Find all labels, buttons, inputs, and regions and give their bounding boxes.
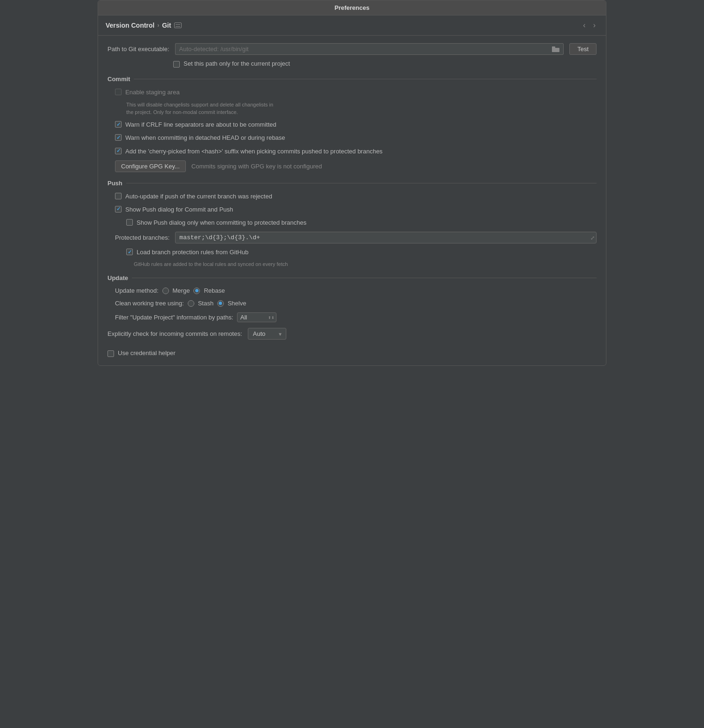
title-bar: Preferences	[98, 0, 606, 15]
protected-input-wrapper: ⤢	[175, 232, 597, 243]
gpg-row: Configure GPG Key... Commits signing wit…	[107, 160, 597, 172]
rebase-label: Rebase	[204, 287, 225, 294]
window-title: Preferences	[335, 4, 369, 11]
github-sublabel: GitHub rules are added to the local rule…	[107, 261, 597, 267]
git-path-row: Path to Git executable: Test	[107, 43, 597, 55]
configure-gpg-button[interactable]: Configure GPG Key...	[115, 160, 186, 172]
git-path-input-wrapper	[175, 43, 564, 55]
update-section: Update Update method: Merge Rebase Clean…	[107, 274, 597, 322]
commit-section: Commit Enable staging area This will dis…	[107, 76, 597, 172]
cherry-pick-checkbox[interactable]	[115, 148, 122, 154]
git-path-input[interactable]	[175, 43, 549, 55]
folder-icon	[552, 46, 559, 52]
nav-back-button[interactable]: ‹	[580, 20, 588, 30]
load-github-checkbox[interactable]	[126, 249, 133, 255]
protected-branches-label: Protected branches:	[115, 234, 169, 241]
cherry-pick-row: Add the 'cherry-picked from <hash>' suff…	[107, 147, 597, 156]
incoming-commits-label: Explicitly check for incoming commits on…	[107, 330, 242, 337]
commit-section-title: Commit	[107, 76, 130, 83]
cherry-pick-label: Add the 'cherry-picked from <hash>' suff…	[125, 147, 383, 156]
shelve-radio[interactable]	[217, 300, 224, 307]
show-push-dialog-label: Show Push dialog for Commit and Push	[125, 205, 233, 214]
test-button[interactable]: Test	[569, 43, 597, 55]
merge-label: Merge	[173, 287, 190, 294]
shelve-label: Shelve	[228, 300, 246, 307]
incoming-commits-row: Explicitly check for incoming commits on…	[107, 328, 597, 340]
warn-detached-label: Warn when committing in detached HEAD or…	[125, 134, 285, 142]
protected-branches-input[interactable]	[175, 232, 597, 243]
show-push-dialog-checkbox[interactable]	[115, 206, 122, 212]
filter-select-container: All Staged Unstaged	[237, 312, 276, 322]
stash-radio[interactable]	[188, 300, 194, 307]
update-method-row: Update method: Merge Rebase	[107, 287, 597, 294]
incoming-dropdown-wrapper: Auto Always Never ▼	[248, 328, 286, 340]
update-section-line	[132, 278, 597, 278]
enable-staging-checkbox[interactable]	[115, 89, 122, 95]
protected-branches-row: Protected branches: ⤢	[107, 232, 597, 243]
enable-staging-row: Enable staging area	[107, 88, 597, 97]
push-section-header: Push	[107, 180, 597, 187]
auto-update-row: Auto-update if push of the current branc…	[107, 192, 597, 201]
push-protected-only-checkbox[interactable]	[126, 219, 133, 226]
staging-sublabel: This will disable changelists support an…	[115, 101, 597, 116]
rebase-radio[interactable]	[193, 288, 200, 294]
table-icon	[174, 23, 182, 28]
staging-sublabel-text: This will disable changelists support an…	[126, 102, 273, 114]
clean-tree-row: Clean working tree using: Stash Shelve	[107, 300, 597, 307]
git-path-label: Path to Git executable:	[107, 46, 169, 53]
current-project-row: Set this path only for the current proje…	[173, 60, 597, 68]
load-github-label: Load branch protection rules from GitHub	[137, 248, 248, 257]
warn-detached-row: Warn when committing in detached HEAD or…	[107, 134, 597, 142]
git-path-browse-button[interactable]	[548, 43, 564, 55]
update-section-header: Update	[107, 274, 597, 281]
breadcrumb-child[interactable]: Git	[162, 22, 171, 29]
commit-section-header: Commit	[107, 76, 597, 83]
commit-section-line	[134, 79, 597, 79]
current-project-label: Set this path only for the current proje…	[184, 60, 290, 68]
auto-update-label: Auto-update if push of the current branc…	[125, 192, 272, 201]
push-protected-only-label: Show Push dialog only when committing to…	[137, 219, 306, 227]
push-section: Push Auto-update if push of the current …	[107, 180, 597, 267]
nav-buttons: ‹ ›	[580, 20, 598, 30]
push-section-line	[126, 183, 597, 183]
push-section-title: Push	[107, 180, 122, 187]
warn-crlf-row: Warn if CRLF line separators are about t…	[107, 121, 597, 129]
warn-crlf-label: Warn if CRLF line separators are about t…	[125, 121, 276, 129]
credential-helper-label: Use credential helper	[118, 349, 176, 357]
content-area: Path to Git executable: Test Set this pa…	[98, 36, 606, 365]
clean-tree-label: Clean working tree using:	[115, 300, 184, 307]
credential-helper-row: Use credential helper	[107, 349, 597, 357]
update-method-label: Update method:	[115, 287, 159, 294]
filter-update-select[interactable]: All Staged Unstaged	[237, 312, 276, 322]
push-protected-only-row: Show Push dialog only when committing to…	[107, 219, 597, 227]
breadcrumb-bar: Version Control › Git ‹ ›	[98, 15, 606, 36]
filter-update-label: Filter "Update Project" information by p…	[115, 314, 233, 321]
breadcrumb-parent[interactable]: Version Control	[106, 22, 154, 29]
stash-label: Stash	[198, 300, 214, 307]
warn-crlf-checkbox[interactable]	[115, 121, 122, 128]
update-section-title: Update	[107, 274, 128, 281]
current-project-checkbox[interactable]	[173, 61, 180, 68]
merge-radio[interactable]	[162, 288, 169, 294]
enable-staging-label: Enable staging area	[125, 88, 180, 97]
gpg-status: Commits signing with GPG key is not conf…	[191, 163, 322, 170]
filter-update-row: Filter "Update Project" information by p…	[107, 312, 597, 322]
nav-forward-button[interactable]: ›	[590, 20, 598, 30]
load-github-row: Load branch protection rules from GitHub	[107, 248, 597, 257]
breadcrumb-separator: ›	[157, 22, 159, 29]
warn-detached-checkbox[interactable]	[115, 134, 122, 141]
incoming-commits-select[interactable]: Auto Always Never	[248, 328, 286, 340]
credential-helper-checkbox[interactable]	[107, 350, 114, 357]
show-push-dialog-row: Show Push dialog for Commit and Push	[107, 205, 597, 214]
expand-icon[interactable]: ⤢	[590, 235, 595, 241]
auto-update-checkbox[interactable]	[115, 193, 122, 199]
preferences-window: Preferences Version Control › Git ‹ › Pa…	[98, 0, 606, 366]
breadcrumb: Version Control › Git	[106, 22, 182, 29]
